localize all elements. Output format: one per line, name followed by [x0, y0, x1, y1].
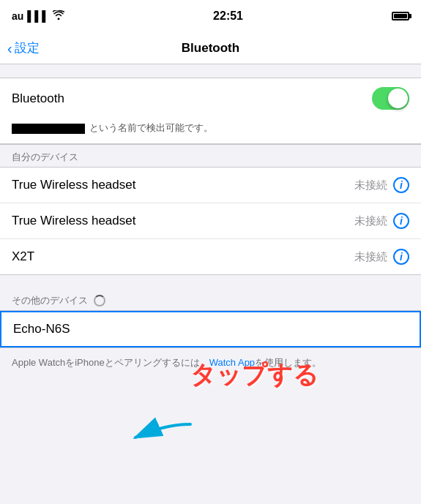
table-row[interactable]: True Wireless headset 未接続 i	[0, 168, 421, 203]
status-time: 22:51	[213, 10, 243, 23]
section-spacer-top	[0, 64, 421, 78]
device-name: X2T	[12, 249, 34, 264]
device-right: 未接続 i	[354, 213, 409, 229]
footer-text-after: を使用します。	[255, 357, 321, 368]
tap-arrow-icon	[106, 417, 194, 449]
echo-device-name: Echo-N6S	[13, 322, 70, 336]
bluetooth-label: Bluetooth	[12, 91, 64, 106]
info-button[interactable]: i	[393, 249, 409, 265]
footer-note: Apple WatchをiPhoneとペアリングするには、Watch Appを使…	[0, 348, 421, 377]
section-spacer-middle	[0, 275, 421, 288]
back-label: 設定	[15, 40, 40, 56]
status-left: au ▌▌▌	[12, 10, 64, 22]
content: Bluetooth という名前で検出可能です。 自分のデバイス True Wir…	[0, 64, 421, 377]
nav-title: Bluetooth	[182, 41, 239, 56]
device-name: True Wireless headset	[12, 214, 135, 228]
nav-bar: ‹ 設定 Bluetooth	[0, 32, 421, 64]
device-status: 未接続	[354, 178, 387, 192]
watch-app-link[interactable]: Watch App	[209, 357, 255, 368]
description-text: という名前で検出可能です。	[89, 122, 213, 133]
signal-icon: ▌▌▌	[27, 10, 49, 22]
device-status: 未接続	[354, 250, 387, 264]
device-name: True Wireless headset	[12, 178, 135, 192]
my-devices-list: True Wireless headset 未接続 i True Wireles…	[0, 167, 421, 275]
loading-spinner-icon	[94, 295, 105, 306]
other-devices-list: Echo-N6S	[0, 310, 421, 348]
table-row[interactable]: X2T 未接続 i	[0, 239, 421, 274]
echo-device-row[interactable]: Echo-N6S	[0, 311, 421, 347]
back-chevron-icon: ‹	[7, 41, 12, 56]
footer-text-before: Apple WatchをiPhoneとペアリングするには、	[12, 357, 209, 368]
status-bar: au ▌▌▌ 22:51	[0, 0, 421, 32]
other-devices-header: その他のデバイス	[0, 288, 421, 310]
device-right: 未接続 i	[354, 249, 409, 265]
status-right	[392, 12, 409, 20]
redacted-device-name	[12, 124, 85, 134]
other-devices-label: その他のデバイス	[12, 294, 88, 307]
table-row[interactable]: True Wireless headset 未接続 i	[0, 203, 421, 239]
device-description: という名前で検出可能です。	[0, 119, 421, 144]
my-devices-header: 自分のデバイス	[0, 145, 421, 167]
device-right: 未接続 i	[354, 177, 409, 193]
carrier-label: au	[12, 10, 23, 22]
bluetooth-section: Bluetooth という名前で検出可能です。	[0, 78, 421, 145]
wifi-icon	[53, 10, 64, 22]
info-button[interactable]: i	[393, 213, 409, 229]
bluetooth-toggle[interactable]	[372, 87, 409, 110]
back-button[interactable]: ‹ 設定	[7, 40, 40, 56]
battery-icon	[392, 12, 409, 20]
bluetooth-row: Bluetooth	[0, 78, 421, 119]
info-button[interactable]: i	[393, 177, 409, 193]
device-status: 未接続	[354, 214, 387, 228]
